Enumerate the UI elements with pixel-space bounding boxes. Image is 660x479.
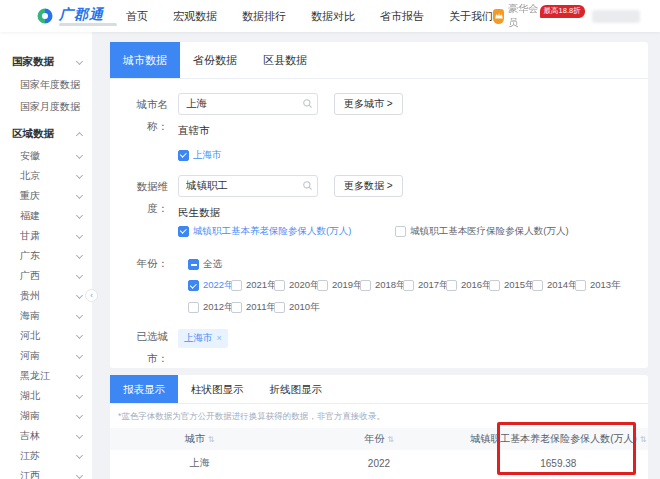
dimension-option-1[interactable]: 城镇职工基本养老保险参保人数(万人) bbox=[178, 225, 351, 238]
checkbox-checked-icon[interactable] bbox=[178, 150, 189, 161]
data-dimension-label: 数据维度： bbox=[116, 175, 178, 219]
sort-icon[interactable]: ⇅ bbox=[208, 435, 215, 444]
checkbox-icon[interactable] bbox=[489, 280, 500, 291]
sidebar-item-湖南[interactable]: 湖南 bbox=[0, 406, 92, 426]
sidebar-item-重庆[interactable]: 重庆 bbox=[0, 186, 92, 206]
sidebar-group-国家数据[interactable]: 国家数据 bbox=[0, 50, 92, 74]
tab-区县数据[interactable]: 区县数据 bbox=[250, 42, 320, 78]
city-search-input[interactable] bbox=[178, 93, 318, 115]
nav-item-1[interactable]: 首页 bbox=[126, 9, 148, 24]
checkbox-icon[interactable] bbox=[532, 280, 543, 291]
dimension-option-1-label: 城镇职工基本养老保险参保人数(万人) bbox=[193, 225, 351, 238]
sidebar-item-广西[interactable]: 广西 bbox=[0, 266, 92, 286]
nav-item-6[interactable]: 关于我们 bbox=[449, 9, 493, 24]
member-crown-icon[interactable] bbox=[493, 9, 504, 24]
checkbox-icon[interactable] bbox=[231, 302, 242, 313]
year-option-2014[interactable]: 2014年 bbox=[532, 279, 575, 292]
chevron-down-icon bbox=[76, 251, 83, 258]
nav-item-3[interactable]: 数据排行 bbox=[242, 9, 286, 24]
sidebar-group-区域数据[interactable]: 区域数据 bbox=[0, 122, 92, 146]
checkbox-icon[interactable] bbox=[274, 302, 285, 313]
username-blurred[interactable] bbox=[592, 10, 640, 23]
sidebar-group: 国家数据国家年度数据国家月度数据 bbox=[0, 50, 92, 118]
sidebar-item-江苏[interactable]: 江苏 bbox=[0, 446, 92, 466]
sidebar-item-国家月度数据[interactable]: 国家月度数据 bbox=[0, 96, 92, 118]
checkbox-icon[interactable] bbox=[317, 280, 328, 291]
dimension-search-field bbox=[178, 175, 318, 197]
sort-icon[interactable]: ⇅ bbox=[387, 435, 394, 444]
checkbox-indeterminate-icon[interactable] bbox=[188, 259, 199, 270]
sidebar-item-福建[interactable]: 福建 bbox=[0, 206, 92, 226]
remove-tag-icon[interactable]: × bbox=[217, 334, 222, 343]
tab-柱状图显示[interactable]: 柱状图显示 bbox=[178, 375, 257, 403]
year-option-2020[interactable]: 2020年 bbox=[274, 279, 317, 292]
chevron-down-icon bbox=[76, 191, 83, 198]
year-option-2015[interactable]: 2015年 bbox=[489, 279, 532, 292]
checkbox-icon[interactable] bbox=[446, 280, 457, 291]
table-row: 上海20221659.38 bbox=[110, 450, 648, 476]
nav-item-4[interactable]: 数据对比 bbox=[311, 9, 355, 24]
sidebar-item-北京[interactable]: 北京 bbox=[0, 166, 92, 186]
table-cell: 上海 bbox=[110, 450, 289, 476]
chevron-down-icon bbox=[76, 271, 83, 278]
sidebar-item-江西[interactable]: 江西 bbox=[0, 466, 92, 479]
table-header-城市[interactable]: 城市⇅ bbox=[110, 428, 289, 450]
table-header-年份[interactable]: 年份⇅ bbox=[289, 428, 468, 450]
year-option-2013[interactable]: 2013年 bbox=[575, 279, 618, 292]
checkbox-checked-icon[interactable] bbox=[178, 226, 189, 237]
tab-省份数据[interactable]: 省份数据 bbox=[180, 42, 250, 78]
top-bar: 广郡通 首页宏观数据数据排行数据对比省市报告关于我们 豪华会员 最高18.8折 bbox=[0, 0, 660, 32]
year-select-all[interactable]: 全选 bbox=[188, 258, 222, 271]
year-option-2016[interactable]: 2016年 bbox=[446, 279, 489, 292]
more-data-button[interactable]: 更多数据 > bbox=[334, 175, 403, 197]
dimension-option-2[interactable]: 城镇职工基本医疗保险参保人数(万人) bbox=[395, 225, 568, 238]
sidebar-item-贵州[interactable]: 贵州 bbox=[0, 286, 92, 306]
tab-城市数据[interactable]: 城市数据 bbox=[110, 42, 180, 78]
chevron-down-icon bbox=[76, 471, 83, 478]
tab-折线图显示[interactable]: 折线图显示 bbox=[257, 375, 336, 403]
logo[interactable]: 广郡通 bbox=[36, 7, 112, 26]
sidebar-item-河南[interactable]: 河南 bbox=[0, 346, 92, 366]
sidebar-item-黑龙江[interactable]: 黑龙江 bbox=[0, 366, 92, 386]
year-option-2022[interactable]: 2022年 bbox=[188, 279, 231, 292]
checkbox-icon[interactable] bbox=[274, 280, 285, 291]
sidebar-collapse-button[interactable]: ‹ bbox=[85, 289, 98, 302]
dimension-search-input[interactable] bbox=[178, 175, 318, 197]
checkbox-icon[interactable] bbox=[231, 280, 242, 291]
year-label: 年份： bbox=[116, 252, 178, 274]
year-options: 2022年2021年2020年2019年2018年2017年2016年2015年… bbox=[188, 279, 636, 323]
sidebar-item-广东[interactable]: 广东 bbox=[0, 246, 92, 266]
sidebar-item-安徽[interactable]: 安徽 bbox=[0, 146, 92, 166]
table-header-城镇职工基本养老保险参保人数(万人)[interactable]: 城镇职工基本养老保险参保人数(万人)⇅ bbox=[469, 428, 648, 450]
sort-icon[interactable]: ⇅ bbox=[640, 435, 647, 444]
year-option-2021[interactable]: 2021年 bbox=[231, 279, 274, 292]
nav-item-2[interactable]: 宏观数据 bbox=[173, 9, 217, 24]
checkbox-icon[interactable] bbox=[360, 280, 371, 291]
year-option-2010[interactable]: 2010年 bbox=[274, 301, 317, 314]
checkbox-icon[interactable] bbox=[188, 302, 199, 313]
sidebar-item-label: 吉林 bbox=[20, 429, 40, 443]
checkbox-icon[interactable] bbox=[395, 226, 406, 237]
sidebar-item-河北[interactable]: 河北 bbox=[0, 326, 92, 346]
logo-tagline-blurred bbox=[59, 23, 117, 26]
year-option-2018[interactable]: 2018年 bbox=[360, 279, 403, 292]
sidebar-item-甘肃[interactable]: 甘肃 bbox=[0, 226, 92, 246]
checkbox-icon[interactable] bbox=[575, 280, 586, 291]
sidebar-item-吉林[interactable]: 吉林 bbox=[0, 426, 92, 446]
nav-item-5[interactable]: 省市报告 bbox=[380, 9, 424, 24]
checkbox-checked-icon[interactable] bbox=[188, 280, 199, 291]
sidebar-item-湖北[interactable]: 湖北 bbox=[0, 386, 92, 406]
year-option-2011[interactable]: 2011年 bbox=[231, 301, 274, 314]
chevron-down-icon bbox=[76, 431, 83, 438]
city-option-shanghai[interactable]: 上海市 bbox=[178, 149, 222, 162]
year-option-2019[interactable]: 2019年 bbox=[317, 279, 360, 292]
year-option-2012[interactable]: 2012年 bbox=[188, 301, 231, 314]
sidebar-item-国家年度数据[interactable]: 国家年度数据 bbox=[0, 74, 92, 96]
more-cities-button[interactable]: 更多城市 > bbox=[334, 93, 403, 115]
member-label[interactable]: 豪华会员 bbox=[508, 2, 538, 30]
checkbox-icon[interactable] bbox=[403, 280, 414, 291]
year-option-2017[interactable]: 2017年 bbox=[403, 279, 446, 292]
tab-报表显示[interactable]: 报表显示 bbox=[110, 375, 178, 403]
year-option-2016-label: 2016年 bbox=[461, 279, 492, 292]
sidebar-item-海南[interactable]: 海南 bbox=[0, 306, 92, 326]
